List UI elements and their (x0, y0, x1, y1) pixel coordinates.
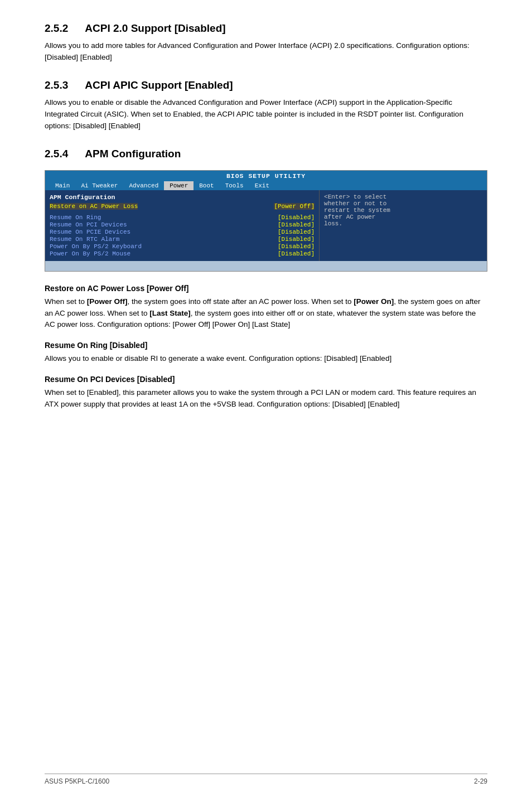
bios-value-rtc: [Disabled] (278, 236, 315, 243)
section-para-2-5-3: Allows you to enable or disable the Adva… (45, 97, 487, 132)
bios-row-ring: Resume On Ring [Disabled] (50, 214, 315, 221)
bios-label-rtc: Resume On RTC Alarm (50, 236, 119, 243)
bios-value-pcie: [Disabled] (278, 229, 315, 235)
bios-body: APM Configuration Restore on AC Power Lo… (45, 190, 487, 261)
bios-tab-boot: Boot (194, 181, 219, 190)
subsection-para-pci: When set to [Enabled], this parameter al… (45, 387, 487, 410)
bios-section-label: APM Configuration (50, 194, 315, 201)
footer-product: ASUS P5KPL-C/1600 (45, 777, 109, 785)
bios-separator (50, 210, 315, 214)
subsection-title-ring: Resume On Ring [Disabled] (45, 341, 487, 350)
subsection-title-pci: Resume On PCI Devices [Disabled] (45, 375, 487, 384)
section-heading-2-5-3: ACPI APIC Support [Enabled] (85, 79, 233, 91)
bios-screenshot: BIOS SETUP UTILITY Main Ai Tweaker Advan… (45, 170, 487, 272)
bios-label-restore: Restore on AC Power Loss (50, 203, 138, 210)
bold-power-on: [Power On] (354, 297, 394, 306)
bios-label-ring: Resume On Ring (50, 214, 101, 221)
section-2-5-3: 2.5.3 ACPI APIC Support [Enabled] Allows… (45, 79, 487, 132)
bold-last-state: [Last State] (149, 309, 191, 317)
bios-label-pcie: Resume On PCIE Devices (50, 229, 130, 235)
bios-value-ps2-keyboard: [Disabled] (278, 243, 315, 250)
section-title-2-5-2: 2.5.2 ACPI 2.0 Support [Disabled] (45, 22, 487, 35)
bold-power-off: [Power Off] (87, 297, 128, 306)
bios-right-panel: <Enter> to selectwhether or not torestar… (319, 190, 487, 261)
bios-tab-aitweaker: Ai Tweaker (75, 181, 123, 190)
section-2-5-2: 2.5.2 ACPI 2.0 Support [Disabled] Allows… (45, 22, 487, 64)
section-para-2-5-2: Allows you to add more tables for Advanc… (45, 40, 487, 64)
section-title-2-5-3: 2.5.3 ACPI APIC Support [Enabled] (45, 79, 487, 91)
section-num-2-5-3: 2.5.3 (45, 79, 68, 91)
bios-row-pci: Resume On PCI Devices [Disabled] (50, 221, 315, 228)
section-2-5-4: 2.5.4 APM Configuration BIOS SETUP UTILI… (45, 148, 487, 411)
bios-value-restore: [Power Off] (274, 203, 315, 210)
bios-label-ps2-keyboard: Power On By PS/2 Keyboard (50, 243, 142, 250)
bios-header: BIOS SETUP UTILITY (45, 171, 487, 181)
bios-value-pci: [Disabled] (278, 221, 315, 228)
bios-tabs: Main Ai Tweaker Advanced Power Boot Tool… (45, 181, 487, 190)
bios-label-pci: Resume On PCI Devices (50, 221, 127, 228)
bios-row-ps2-mouse: Power On By PS/2 Mouse [Disabled] (50, 250, 315, 257)
bios-label-ps2-mouse: Power On By PS/2 Mouse (50, 250, 130, 257)
section-num-2-5-4: 2.5.4 (45, 148, 68, 160)
section-title-2-5-4: 2.5.4 APM Configuration (45, 148, 487, 160)
bios-tab-advanced: Advanced (123, 181, 164, 190)
subsection-ring: Resume On Ring [Disabled] Allows you to … (45, 341, 487, 365)
bios-row-rtc: Resume On RTC Alarm [Disabled] (50, 236, 315, 243)
bios-help-text: <Enter> to selectwhether or not torestar… (324, 194, 390, 227)
bios-tab-power[interactable]: Power (164, 181, 194, 190)
page-footer: ASUS P5KPL-C/1600 2-29 (45, 774, 487, 785)
subsection-pci: Resume On PCI Devices [Disabled] When se… (45, 375, 487, 410)
section-heading-2-5-4: APM Configuration (85, 148, 181, 160)
bios-row-ps2-keyboard: Power On By PS/2 Keyboard [Disabled] (50, 243, 315, 250)
bios-wave-decoration (45, 261, 487, 271)
bios-row-restore: Restore on AC Power Loss [Power Off] (50, 203, 315, 210)
bios-value-ring: [Disabled] (278, 214, 315, 221)
bios-tab-exit: Exit (249, 181, 275, 190)
bios-tab-tools: Tools (220, 181, 249, 190)
subsection-para-ring: Allows you to enable or disable RI to ge… (45, 353, 487, 365)
subsection-restore: Restore on AC Power Loss [Power Off] Whe… (45, 284, 487, 331)
bios-left-panel: APM Configuration Restore on AC Power Lo… (45, 190, 319, 261)
subsection-para-restore: When set to [Power Off], the system goes… (45, 296, 487, 331)
section-heading-2-5-2: ACPI 2.0 Support [Disabled] (85, 22, 225, 35)
bios-value-ps2-mouse: [Disabled] (278, 250, 315, 257)
bios-row-pcie: Resume On PCIE Devices [Disabled] (50, 229, 315, 235)
footer-page: 2-29 (474, 777, 487, 785)
subsection-title-restore: Restore on AC Power Loss [Power Off] (45, 284, 487, 293)
bios-tab-main: Main (50, 181, 75, 190)
section-num-2-5-2: 2.5.2 (45, 22, 68, 35)
